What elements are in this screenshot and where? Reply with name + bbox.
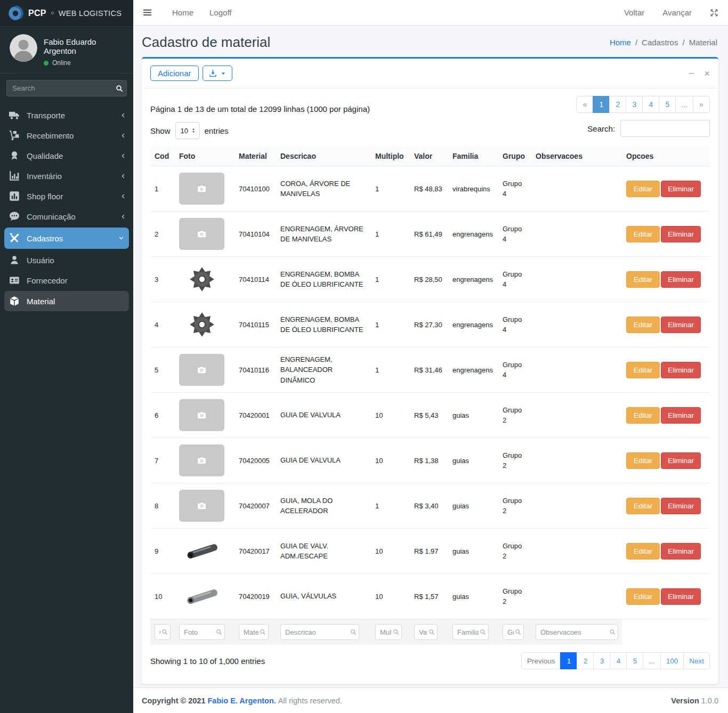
cell-valor: R$ 48,83 [410,166,448,212]
bottom-page-4[interactable]: 4 [610,652,627,669]
sidebar-item-usuario[interactable]: Usuário [0,250,133,270]
editar-button[interactable]: Editar [626,588,660,605]
editar-button[interactable]: Editar [626,362,660,378]
sidebar-item-shop-floor[interactable]: Shop floor [0,186,133,206]
eliminar-button[interactable]: Eliminar [661,181,701,197]
editar-button[interactable]: Editar [626,407,660,424]
sidebar-item-inventario[interactable]: Inventário [0,166,133,186]
editar-button[interactable]: Editar [626,317,660,333]
top-page-3[interactable]: 3 [626,96,643,113]
filter-input-observacoes[interactable] [536,624,618,640]
nav-link-home[interactable]: Home [172,8,193,17]
sidebar-search [6,80,127,96]
cell-familia: engrenagens [448,302,498,347]
fullscreen-icon[interactable] [710,9,718,17]
cell-descricao: GUIA DE VALVULA [276,393,371,438]
cell-multiplo: 1 [371,302,410,347]
bottom-page-100[interactable]: 100 [660,652,684,669]
cell-foto [175,347,234,393]
eliminar-button[interactable]: Eliminar [661,317,701,333]
cell-observacoes [531,483,622,529]
filter-input-valor[interactable] [414,624,438,640]
brand[interactable]: PCP WEB LOGISTICS [0,0,133,27]
sidebar-item-comunicacao[interactable]: Comunicação [0,206,133,226]
camera-icon [197,366,206,375]
footer-version-label: Version [671,696,699,705]
bottom-page-5[interactable]: 5 [626,652,643,669]
top-page-«[interactable]: « [576,96,593,113]
filter-input-material[interactable] [239,624,269,640]
bottom-page-next[interactable]: Next [683,652,710,669]
chart-square-icon [9,191,20,201]
cell-descricao: ENGRENAGEM, BOMBA DE ÓLEO LUBRIFICANTE [276,302,371,347]
filter-input-grupo[interactable] [503,624,524,640]
top-page-»[interactable]: » [693,96,710,113]
close-card-icon[interactable]: × [704,68,710,78]
table-row: 670420001GUIA DE VALVULA10R$ 5,43guiasGr… [150,393,710,438]
cell-opcoes: EditarEliminar [622,212,710,257]
comment-icon [9,211,20,222]
collapse-card-icon[interactable]: − [689,68,694,78]
table-header-row: Cod Foto Material Descricao Multiplo Val… [150,147,710,166]
eliminar-button[interactable]: Eliminar [661,498,701,514]
sidebar-search-button[interactable] [112,80,127,96]
export-button[interactable] [203,66,232,81]
cell-opcoes: EditarEliminar [622,302,710,347]
eliminar-button[interactable]: Eliminar [661,271,701,288]
eliminar-button[interactable]: Eliminar [661,543,701,560]
nav-link-logoff[interactable]: Logoff [209,8,231,17]
breadcrumb: Home/ Cadastros/ Material [610,38,717,47]
bottom-page-2[interactable]: 2 [577,652,594,669]
editar-button[interactable]: Editar [626,543,660,560]
adicionar-button[interactable]: Adicionar [150,66,199,81]
editar-button[interactable]: Editar [626,452,660,469]
cell-grupo: Grupo 2 [498,574,531,619]
filter-input-familia[interactable] [452,624,489,640]
card-body: Página 1 de 13 de um total de 12099 linh… [142,88,718,684]
editar-button[interactable]: Editar [626,226,660,242]
nav-link-voltar[interactable]: Voltar [624,8,644,17]
chevron-left-icon [120,133,126,139]
card-header: Adicionar − × [142,59,718,88]
camera-icon [197,411,206,420]
filter-input-descricao[interactable] [280,624,359,640]
top-page-1[interactable]: 1 [593,96,610,113]
page-size-select[interactable]: 10 [175,122,200,139]
filter-input-cod[interactable] [155,624,171,640]
eliminar-button[interactable]: Eliminar [661,588,701,605]
breadcrumb-material: Material [689,38,717,47]
eliminar-button[interactable]: Eliminar [661,407,701,424]
eliminar-button[interactable]: Eliminar [661,452,701,469]
sidebar-item-material[interactable]: Material [4,291,129,311]
nav-link-avancar[interactable]: Avançar [662,8,692,17]
bottom-page-1[interactable]: 1 [560,652,577,669]
menu-toggle-icon[interactable] [143,8,152,17]
footer-author-link[interactable]: Fabio E. Argenton. [207,696,276,705]
breadcrumb-home[interactable]: Home [610,38,631,47]
page-title: Cadastro de material [142,34,270,51]
chevron-left-icon [120,214,126,220]
sidebar-search-input[interactable] [6,80,112,96]
online-status-icon [44,61,48,66]
filter-input-multiplo[interactable] [375,624,402,640]
top-page-4[interactable]: 4 [642,96,659,113]
cell-material: 70420001 [234,393,276,438]
table-search-input[interactable] [620,120,710,137]
eliminar-button[interactable]: Eliminar [661,362,701,378]
sidebar-menu: TransporteRecebimentoQualidadeInventário… [0,105,133,312]
sidebar-item-fornecedor[interactable]: Fornecedor [0,270,133,290]
editar-button[interactable]: Editar [626,181,660,197]
sidebar-item-recebimento[interactable]: Recebimento [0,125,133,145]
cell-foto [175,257,234,302]
sidebar-item-qualidade[interactable]: Qualidade [0,145,133,166]
top-page-2[interactable]: 2 [609,96,626,113]
filter-input-foto[interactable] [179,624,225,640]
sidebar-item-cadastros[interactable]: Cadastros [4,228,129,249]
top-page-5[interactable]: 5 [659,96,676,113]
editar-button[interactable]: Editar [626,498,660,514]
bottom-page-3[interactable]: 3 [593,652,610,669]
editar-button[interactable]: Editar [626,271,660,288]
eliminar-button[interactable]: Eliminar [661,226,701,242]
sidebar-item-transporte[interactable]: Transporte [0,105,133,125]
bottom-page-previous[interactable]: Previous [521,652,561,669]
